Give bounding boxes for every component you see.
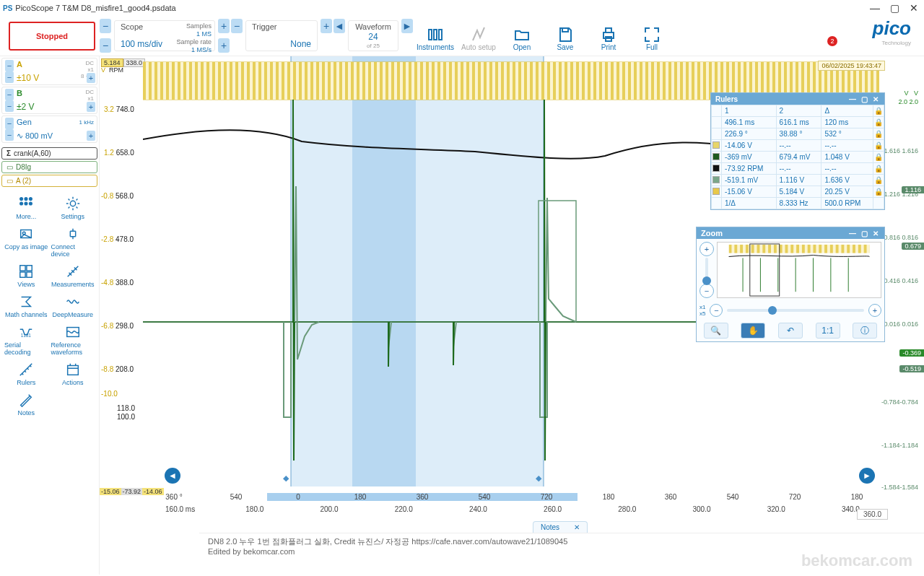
connect-button[interactable]: Connect device (51, 226, 95, 258)
scope-plus[interactable]: + (218, 19, 230, 33)
wave-next[interactable]: ► (401, 19, 413, 33)
svg-rect-22 (291, 56, 544, 486)
wave-prev[interactable]: ◄ (334, 19, 345, 33)
ruler-tag-4[interactable]: -0.519 (899, 365, 924, 372)
scope-minus2[interactable]: − (100, 38, 111, 53)
trigger-settings[interactable]: Trigger None (245, 20, 318, 51)
time-axis: 160.0 ms180.0200.0220.0240.0260.0280.030… (143, 505, 888, 513)
scope-settings[interactable]: Scope 100 ms/div Samples1 MS Sample rate… (114, 20, 215, 51)
ruler-tag-1[interactable]: 1.116 (902, 186, 924, 193)
rulers-button[interactable]: Rulers (4, 362, 48, 386)
svg-point-12 (70, 201, 75, 206)
measurements-button[interactable]: Measurements (51, 263, 95, 288)
zoom-undo-icon[interactable]: ↶ (778, 323, 803, 339)
save-button[interactable]: Save (544, 17, 586, 54)
close-icon[interactable]: ✕ (910, 2, 918, 14)
graph-area: 5.184338.0 V RPM 3.2 748.0 1.2 658.0 -0.… (100, 56, 924, 575)
maximize-icon[interactable]: ▢ (890, 2, 899, 14)
svg-text:1101: 1101 (21, 333, 32, 338)
svg-rect-18 (27, 272, 32, 277)
notes-close-icon[interactable]: ✕ (574, 523, 580, 531)
zoom-out-v[interactable]: − (699, 284, 714, 298)
rulers-table: 12Δ🔒 496.1 ms616.1 ms120 ms🔒 226.9 °38.8… (711, 105, 884, 209)
math-d8ig[interactable]: ▭ D8Ig (1, 161, 97, 173)
y-axis-right: V V 2.0 2.0 1.616 1.616 1.216 1.216 0.81… (888, 56, 920, 486)
window-title: PicoScope 7 T&M D8_misfire1_good4.psdata (15, 4, 175, 12)
minimize-icon[interactable]: — (870, 2, 880, 14)
left-panel: −− A±10 V DCx18 + 4 + −− B±2 V DCx1 + −−… (0, 56, 100, 575)
refwave-button[interactable]: Reference waveforms (51, 324, 95, 356)
app-icon: PS (3, 4, 12, 12)
panel-close-icon[interactable]: ✕ (871, 95, 880, 103)
svg-point-7 (25, 198, 27, 201)
trig-minus[interactable]: − (231, 19, 243, 33)
svg-rect-0 (429, 30, 432, 40)
fullscreen-button[interactable]: Full (631, 17, 673, 54)
serial-button[interactable]: 1101Serial decoding (4, 324, 48, 356)
time-end-box: 360.0 (857, 509, 888, 520)
zoom-in-v[interactable]: + (699, 242, 714, 256)
print-button[interactable]: Print (588, 17, 629, 54)
zoom-in-h[interactable]: + (868, 304, 881, 317)
auto-setup-button[interactable]: Auto setup (458, 17, 500, 54)
scroll-right[interactable]: ► (859, 468, 875, 484)
panel-max-icon[interactable]: ▢ (860, 95, 868, 103)
svg-rect-23 (352, 56, 416, 486)
views-button[interactable]: Views (4, 263, 48, 288)
svg-rect-21 (67, 366, 78, 375)
deepmeasure-button[interactable]: DeepMeasure (51, 294, 95, 318)
scope-minus[interactable]: − (100, 19, 111, 33)
y-axis-left: 3.2 748.0 1.2 658.0 -0.8 568.0 -2.8 478.… (100, 56, 143, 486)
trigger-value: None (252, 39, 311, 49)
svg-point-10 (25, 202, 27, 205)
zoom-info-icon[interactable]: ⓘ (853, 323, 877, 339)
math-button[interactable]: Math channels (4, 294, 48, 318)
svg-point-11 (30, 202, 32, 205)
notes-tab[interactable]: Notes✕ (533, 521, 588, 533)
x-axis: 360 °540 0180360540720 180360540720180 1… (143, 491, 888, 520)
zoom-pan-icon[interactable]: ✋ (741, 323, 765, 339)
zoom-min-icon[interactable]: — (848, 229, 857, 237)
rulers-panel[interactable]: Rulers—▢✕ 12Δ🔒 496.1 ms616.1 ms120 ms🔒 2… (710, 92, 885, 210)
footer: DN8 2.0 누우 1번 점화플러그 실화, Credit 뉴진스/ 자정공 … (199, 533, 924, 575)
notes-button[interactable]: Notes (4, 392, 48, 416)
notification-badge[interactable]: 2 (827, 36, 837, 46)
zoom-select-icon[interactable]: 🔍 (704, 323, 728, 339)
svg-point-9 (20, 202, 23, 205)
zoom-slider[interactable] (727, 309, 864, 312)
zoom-overview[interactable] (717, 242, 881, 298)
scope-plus2[interactable]: + (218, 38, 230, 53)
zoom-title: Zoom (701, 229, 723, 237)
trig-plus[interactable]: + (321, 19, 332, 33)
open-button[interactable]: Open (501, 17, 543, 54)
run-stop-button[interactable]: Stopped (9, 22, 95, 51)
math-crank[interactable]: Σcrank(A,60) (1, 147, 97, 160)
channel-b[interactable]: −− B±2 V DCx1 + (1, 87, 97, 114)
ruler-tag-3[interactable]: -0.369 (899, 349, 924, 357)
waveform-nav[interactable]: Waveform 24 of 25 (348, 20, 398, 51)
copy-image-button[interactable]: Copy as image (4, 226, 48, 258)
pico-logo: picoTechnology (873, 17, 918, 54)
instruments-button[interactable]: Instruments (414, 17, 456, 54)
zoom-panel[interactable]: Zoom—▢✕ +− x1x5 − + 🔍 (696, 227, 885, 342)
trigger-label: Trigger (252, 22, 311, 31)
zoom-reset-icon[interactable]: 1:1 (816, 323, 840, 339)
zoom-close-icon[interactable]: ✕ (871, 229, 880, 237)
math-a2[interactable]: ▭ A (2) (1, 175, 97, 187)
settings-button[interactable]: Settings (51, 196, 95, 220)
side-tools: More... Settings Copy as image Connect d… (1, 188, 97, 424)
svg-rect-16 (27, 266, 32, 271)
svg-point-6 (20, 198, 23, 201)
actions-button[interactable]: Actions (51, 362, 95, 386)
more-button[interactable]: More... (4, 196, 48, 220)
titlebar: PS PicoScope 7 T&M D8_misfire1_good4.psd… (0, 0, 924, 16)
ruler-tag-2[interactable]: 0.679 (902, 243, 924, 250)
scroll-left[interactable]: ◄ (165, 468, 180, 484)
signal-gen[interactable]: −− Gen∿ 800 mV 1 kHz + (1, 115, 97, 143)
panel-min-icon[interactable]: — (848, 95, 857, 103)
rulers-title: Rulers (715, 95, 738, 103)
zoom-out-h[interactable]: − (710, 304, 723, 317)
channel-a[interactable]: −− A±10 V DCx18 + 4 + (1, 58, 97, 85)
zoom-max-icon[interactable]: ▢ (860, 229, 868, 237)
svg-point-8 (30, 198, 32, 201)
